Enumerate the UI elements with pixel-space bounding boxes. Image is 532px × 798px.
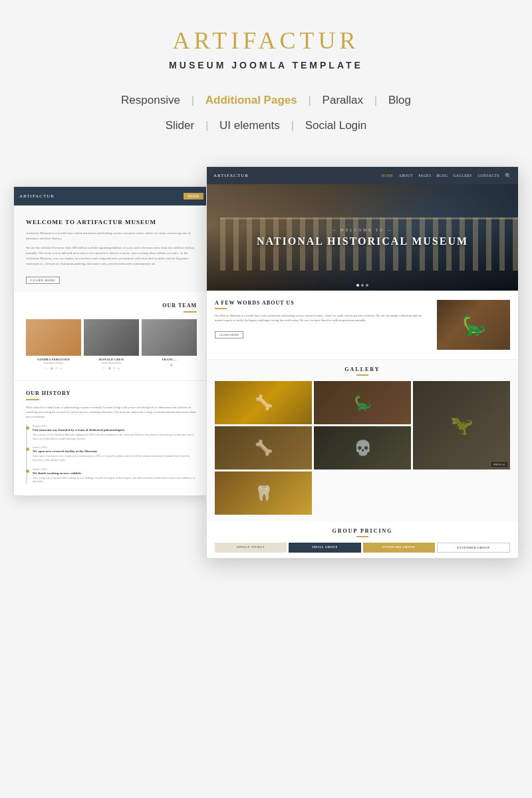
brand-title: ARTIFACTUR bbox=[13, 27, 519, 55]
gallery-dino-icon-2: 🦕 bbox=[314, 381, 411, 424]
left-team-title: OUR TEAM bbox=[26, 303, 197, 309]
hero-dot-2 bbox=[361, 284, 364, 287]
team-member-2: RONALD CHEN Senior Researcher f t ▩ ⊡ in bbox=[84, 319, 139, 370]
timeline-date-2: January 2010 bbox=[33, 446, 197, 449]
feature-responsive: Responsive bbox=[121, 94, 180, 106]
timeline-date-3: January 2016 bbox=[33, 467, 197, 471]
left-hero-text1: Artifactur Museum is a world-class visit… bbox=[26, 231, 197, 241]
team-role-1: Executive Officer bbox=[26, 361, 81, 364]
right-nav-gallery[interactable]: GALLERY bbox=[454, 174, 473, 178]
gallery-item-3[interactable]: 🦖 PHOTO #3 bbox=[413, 381, 510, 469]
right-nav-pages[interactable]: PAGES bbox=[418, 174, 431, 178]
gallery-item-2[interactable]: 🦕 bbox=[314, 381, 411, 424]
timeline-text-1: The concept for the Artifactur Museum or… bbox=[33, 433, 197, 440]
right-about-btn[interactable]: LEARN MORE bbox=[215, 331, 243, 338]
sep-3: | bbox=[374, 94, 377, 106]
gallery-item-1[interactable]: 🦴 bbox=[215, 381, 312, 424]
screenshot-left: ARTIFACTUR HOME WELCOME TO ARTIFACTUR MU… bbox=[13, 186, 209, 496]
left-history-section: OUR HISTORY What started as a small team… bbox=[14, 380, 209, 495]
right-pricing-section: GROUP PRICING SINGLE TICKET SMALL GROUP … bbox=[207, 521, 518, 558]
timeline-heading-3: We finish working on new exhibits bbox=[33, 471, 197, 475]
sep-1: | bbox=[192, 94, 194, 106]
gallery-photo-label-3: PHOTO #3 bbox=[491, 462, 507, 467]
timeline-item-3: January 2016 We finish working on new ex… bbox=[33, 467, 197, 483]
right-hero: — WELCOME TO — NATIONAL HISTORICAL MUSEU… bbox=[207, 184, 518, 291]
team-photo-1 bbox=[26, 319, 81, 356]
right-hero-welcome: — WELCOME TO — bbox=[257, 228, 468, 232]
left-nav-home: HOME bbox=[184, 193, 203, 200]
team-role-2: Senior Researcher bbox=[84, 361, 139, 364]
right-nav-links: HOME ABOUT PAGES BLOG GALLERY CONTACTS 🔍 bbox=[381, 173, 511, 179]
sep-4: | bbox=[205, 119, 208, 132]
timeline-date-1: January 2016 bbox=[33, 424, 197, 428]
sep-2: | bbox=[308, 94, 311, 106]
right-about-underline bbox=[215, 308, 227, 309]
left-team-photos: SANDRA FERGUSON Executive Officer f t ▩ … bbox=[26, 319, 197, 370]
left-hero-title: WELCOME TO ARTIFACTUR MUSEUM bbox=[26, 219, 197, 225]
pricing-tab-extended[interactable]: EXTENDED GROUP bbox=[437, 543, 510, 553]
pricing-tab-small[interactable]: SMALL GROUP bbox=[289, 543, 360, 553]
gallery-dino-icon-1: 🦴 bbox=[215, 381, 312, 424]
feature-slider: Slider bbox=[166, 119, 194, 132]
gallery-item-5[interactable]: 💀 bbox=[314, 426, 411, 469]
gallery-dino-icon-4: 🦴 bbox=[215, 426, 312, 469]
feature-parallax: Parallax bbox=[323, 94, 363, 106]
timeline-item-2: January 2010 We open new research facili… bbox=[33, 446, 197, 462]
features-row-1: Responsive | Additional Pages | Parallax… bbox=[13, 89, 519, 112]
features-row-2: Slider | UI elements | Social Login bbox=[13, 114, 519, 137]
left-nav-logo: ARTIFACTUR bbox=[19, 194, 55, 199]
left-history-title: OUR HISTORY bbox=[26, 390, 197, 396]
right-gallery-grid: 🦴 🦕 🦖 PHOTO #3 🦴 💀 🦷 bbox=[215, 381, 510, 515]
right-hero-title: NATIONAL HISTORICAL MUSEUM bbox=[257, 235, 468, 247]
brand-subtitle: Museum Joomla Template bbox=[13, 60, 519, 70]
right-nav-contacts[interactable]: CONTACTS bbox=[477, 174, 499, 178]
right-pricing-tabs: SINGLE TICKET SMALL GROUP STANDARD GROUP… bbox=[215, 543, 510, 553]
feature-ui-elements: UI elements bbox=[219, 119, 280, 132]
team-member-3: FRANC... f t ▩ bbox=[142, 319, 197, 370]
feature-social-login: Social Login bbox=[305, 119, 367, 132]
team-member-1: SANDRA FERGUSON Executive Officer f t ▩ … bbox=[26, 319, 81, 370]
header: ARTIFACTUR Museum Joomla Template Respon… bbox=[0, 0, 532, 153]
timeline-text-3: After doing lots of research and working… bbox=[33, 476, 197, 483]
right-hero-dots bbox=[356, 284, 368, 287]
left-hero-btn[interactable]: LEARN MORE bbox=[26, 277, 60, 284]
left-history-underline bbox=[26, 399, 39, 400]
right-gallery-section: GALLERY 🦴 🦕 🦖 PHOTO #3 🦴 💀 bbox=[207, 359, 518, 521]
team-photo-3 bbox=[142, 319, 197, 356]
left-hero: WELCOME TO ARTIFACTUR MUSEUM Artifactur … bbox=[14, 205, 209, 292]
right-about-title: A FEW WORDS ABOUT US bbox=[215, 300, 429, 306]
left-team-section: OUR TEAM SANDRA FERGUSON Executive Offic… bbox=[14, 292, 209, 380]
pricing-tab-single[interactable]: SINGLE TICKET bbox=[215, 543, 287, 553]
right-pricing-title: GROUP PRICING bbox=[215, 528, 510, 534]
hero-dot-3 bbox=[366, 284, 368, 287]
gallery-dino-icon-5: 💀 bbox=[314, 426, 411, 469]
team-icons-3: f t ▩ bbox=[142, 363, 197, 366]
team-photo-2 bbox=[84, 319, 139, 356]
feature-blog: Blog bbox=[388, 94, 411, 106]
right-about-body: Our History Museum is a world-class visi… bbox=[215, 313, 429, 323]
hero-dot-1 bbox=[356, 284, 359, 287]
gallery-item-4[interactable]: 🦴 bbox=[215, 426, 312, 469]
right-about-image: 🦕 bbox=[437, 300, 510, 350]
timeline-item-1: January 2016 Our museum was founded by a… bbox=[33, 424, 197, 440]
right-nav-blog[interactable]: BLOG bbox=[437, 174, 448, 178]
left-team-underline bbox=[184, 311, 197, 313]
right-hero-text: — WELCOME TO — NATIONAL HISTORICAL MUSEU… bbox=[257, 228, 468, 247]
preview-container: ARTIFACTUR HOME WELCOME TO ARTIFACTUR MU… bbox=[13, 166, 519, 738]
right-nav: ARTIFACTUR HOME ABOUT PAGES BLOG GALLERY… bbox=[207, 167, 518, 184]
right-nav-home[interactable]: HOME bbox=[381, 174, 393, 178]
team-icons-2: f t ▩ ⊡ in bbox=[84, 366, 139, 370]
left-history-text: What started as a small team of paleonto… bbox=[26, 406, 197, 419]
right-gallery-underline bbox=[356, 374, 368, 376]
gallery-item-6[interactable]: 🦷 bbox=[215, 471, 312, 515]
pricing-tab-standard[interactable]: STANDARD GROUP bbox=[363, 543, 435, 553]
right-nav-about[interactable]: ABOUT bbox=[399, 174, 413, 178]
timeline-heading-2: We open new research facility at the Mus… bbox=[33, 450, 197, 453]
team-name-3: FRANC... bbox=[142, 358, 197, 361]
feature-additional-pages: Additional Pages bbox=[205, 94, 297, 106]
right-gallery-title: GALLERY bbox=[215, 366, 510, 372]
left-hero-text2: We are the official. For more than 100 m… bbox=[26, 245, 197, 267]
timeline-text-2: After major renovations were completed a… bbox=[33, 454, 197, 462]
search-icon[interactable]: 🔍 bbox=[505, 173, 511, 179]
left-timeline: January 2016 Our museum was founded by a… bbox=[26, 424, 197, 483]
